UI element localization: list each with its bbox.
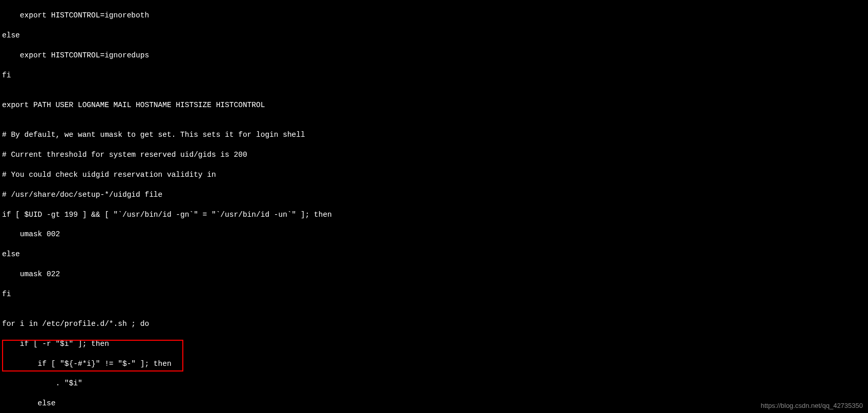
code-line: else [2, 31, 866, 40]
terminal-editor[interactable]: export HISTCONTROL=ignoreboth else expor… [0, 0, 868, 413]
code-line: export PATH USER LOGNAME MAIL HOSTNAME H… [2, 100, 866, 110]
code-line: export HISTCONTROL=ignoredups [2, 51, 866, 60]
code-line: # You could check uidgid reservation val… [2, 170, 866, 180]
code-line: # Current threshold for system reserved … [2, 150, 866, 160]
code-line: fi [2, 290, 866, 299]
code-line: else [2, 250, 866, 259]
code-line: fi [2, 71, 866, 80]
code-line: if [ "${-#*i}" != "$-" ]; then [2, 359, 866, 369]
code-line: umask 002 [2, 230, 866, 239]
code-line: if [ $UID -gt 199 ] && [ "`/usr/bin/id -… [2, 210, 866, 220]
watermark-text: https://blog.csdn.net/qq_42735350 [761, 401, 863, 410]
code-line: . "$i" [2, 379, 866, 388]
code-line: for i in /etc/profile.d/*.sh ; do [2, 319, 866, 329]
code-line: # By default, we want umask to get set. … [2, 130, 866, 140]
code-line: export HISTCONTROL=ignoreboth [2, 11, 866, 20]
code-line: if [ -r "$i" ]; then [2, 339, 866, 349]
code-line: # /usr/share/doc/setup-*/uidgid file [2, 190, 866, 200]
code-line: else [2, 399, 866, 408]
code-line: umask 022 [2, 270, 866, 279]
